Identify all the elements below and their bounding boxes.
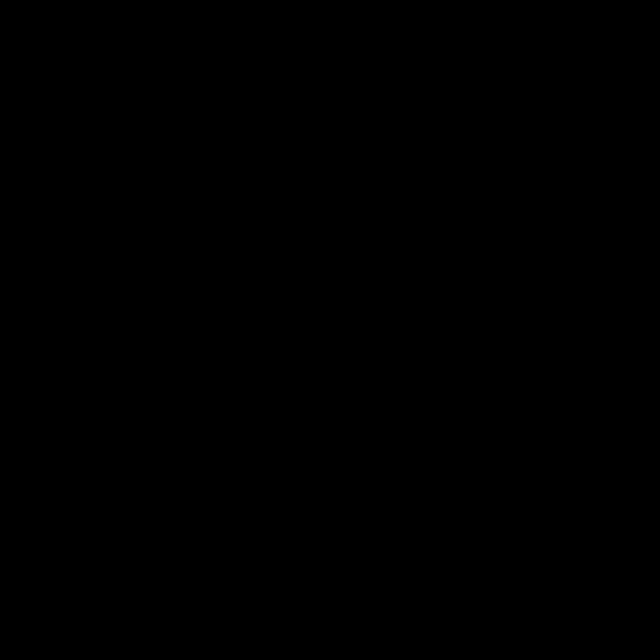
chart-canvas bbox=[0, 0, 644, 644]
